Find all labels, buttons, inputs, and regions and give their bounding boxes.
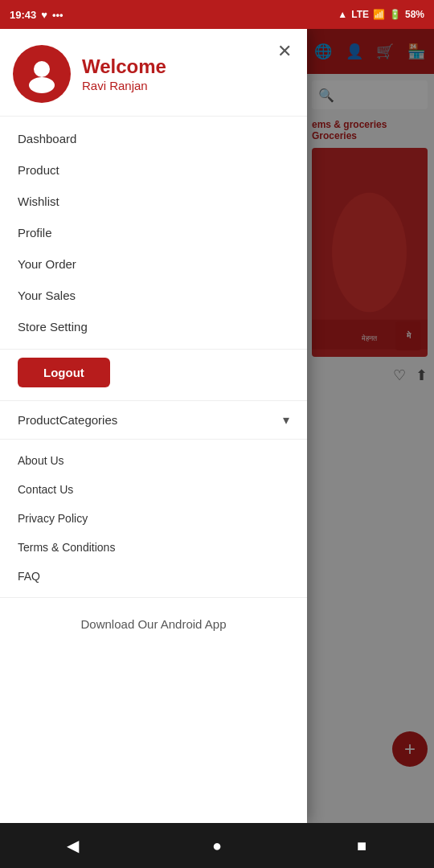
nav-item-profile[interactable]: Profile	[0, 217, 307, 248]
signal-dots: •••	[52, 9, 63, 21]
logout-section: Logout	[0, 350, 307, 401]
nav-item-wishlist[interactable]: Wishlist	[0, 186, 307, 217]
logout-button[interactable]: Logout	[18, 358, 110, 387]
battery-icon: 🔋	[389, 9, 401, 20]
user-name: Ravi Ranjan	[82, 79, 166, 92]
time: 19:43	[10, 9, 36, 21]
footer-link-privacy-policy[interactable]: Privacy Policy	[0, 504, 307, 533]
your-sales-label: Your Sales	[18, 289, 76, 302]
footer-link-faq[interactable]: FAQ	[0, 562, 307, 591]
nav-item-dashboard[interactable]: Dashboard	[0, 123, 307, 154]
data-icon: LTE	[351, 9, 369, 20]
product-label: Product	[18, 163, 59, 177]
wishlist-label: Wishlist	[18, 194, 59, 208]
product-categories-section[interactable]: ProductCategories ▾	[0, 401, 307, 440]
status-bar-right: ▲ LTE 📶 🔋 58%	[338, 9, 424, 20]
back-button[interactable]: ◀	[55, 828, 90, 863]
nav-item-product[interactable]: Product	[0, 154, 307, 186]
nav-item-your-sales[interactable]: Your Sales	[0, 280, 307, 311]
your-order-label: Your Order	[18, 257, 76, 271]
svg-point-6	[34, 61, 50, 77]
faq-label: FAQ	[18, 570, 40, 583]
welcome-label: Welcome	[82, 55, 166, 79]
battery-percent: 58%	[405, 9, 424, 20]
download-section: Download Our Android App	[0, 598, 307, 651]
navigation-drawer: Welcome Ravi Ranjan ✕ Dashboard Product …	[0, 29, 307, 823]
contact-us-label: Contact Us	[18, 483, 73, 496]
back-icon: ◀	[67, 836, 79, 855]
wifi-icon: ▲	[338, 9, 347, 20]
store-setting-label: Store Setting	[18, 320, 88, 334]
overlay-dim	[305, 29, 434, 823]
recents-button[interactable]: ■	[344, 828, 379, 863]
home-icon: ●	[212, 837, 222, 855]
bottom-nav: ◀ ● ■	[0, 823, 434, 868]
nav-item-your-order[interactable]: Your Order	[0, 248, 307, 280]
privacy-policy-label: Privacy Policy	[18, 512, 88, 525]
download-text: Download Our Android App	[81, 617, 227, 631]
drawer-header: Welcome Ravi Ranjan ✕	[0, 29, 307, 117]
close-button[interactable]: ✕	[272, 39, 297, 64]
dashboard-label: Dashboard	[18, 132, 76, 145]
signal-icon: 📶	[373, 9, 385, 20]
status-bar: 19:43 ♥ ••• ▲ LTE 📶 🔋 58%	[0, 0, 434, 29]
about-us-label: About Us	[18, 454, 64, 467]
footer-links-section: About Us Contact Us Privacy Policy Terms…	[0, 440, 307, 598]
profile-label: Profile	[18, 226, 52, 240]
heart-icon: ♥	[41, 9, 47, 21]
terms-conditions-label: Terms & Conditions	[18, 541, 115, 554]
avatar	[13, 45, 71, 103]
product-categories-label: ProductCategories	[18, 413, 117, 427]
nav-menu-section: Dashboard Product Wishlist Profile Your …	[0, 117, 307, 350]
chevron-down-icon: ▾	[283, 412, 289, 428]
nav-item-store-setting[interactable]: Store Setting	[0, 311, 307, 342]
recents-icon: ■	[357, 837, 366, 855]
home-button[interactable]: ●	[199, 828, 235, 863]
user-info: Welcome Ravi Ranjan	[82, 55, 166, 92]
footer-link-about-us[interactable]: About Us	[0, 446, 307, 475]
footer-link-contact-us[interactable]: Contact Us	[0, 475, 307, 504]
footer-link-terms-conditions[interactable]: Terms & Conditions	[0, 533, 307, 562]
status-bar-left: 19:43 ♥ •••	[10, 9, 63, 21]
svg-point-7	[29, 77, 55, 93]
